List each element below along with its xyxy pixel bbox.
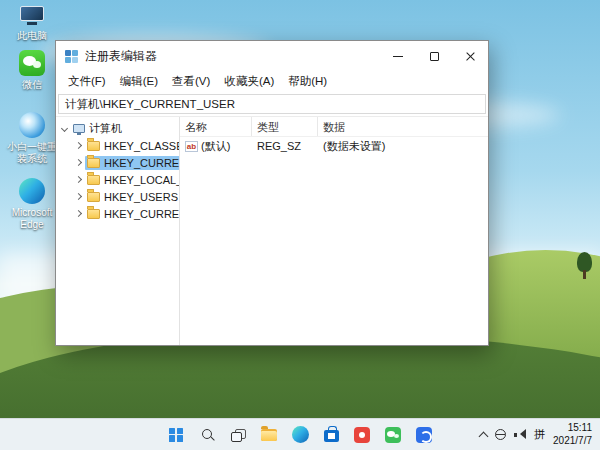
- column-header-type[interactable]: 类型: [252, 117, 318, 136]
- folder-icon: [87, 192, 100, 202]
- desktop-icon-wechat[interactable]: 微信: [6, 50, 58, 91]
- this-pc-icon: [20, 6, 44, 27]
- search-button[interactable]: [194, 422, 220, 448]
- microsoft-store-icon: [324, 430, 339, 442]
- chevron-right-icon: [75, 159, 82, 166]
- tree-item-label: HKEY_USERS: [104, 191, 178, 203]
- menu-favorites[interactable]: 收藏夹(A): [217, 72, 281, 91]
- store-button[interactable]: [318, 422, 344, 448]
- monitor-stand: [27, 22, 37, 25]
- menu-bar: 文件(F) 编辑(E) 查看(V) 收藏夹(A) 帮助(H): [56, 71, 488, 92]
- chevron-down-icon: [61, 125, 68, 132]
- selected-tree-node[interactable]: HKEY_CURRENT_USER: [85, 156, 180, 170]
- folder-icon: [87, 158, 100, 168]
- task-view-icon: [231, 429, 245, 441]
- windows-logo-icon: [169, 428, 183, 442]
- taskbar-center-icons: [163, 419, 437, 450]
- address-input[interactable]: 计算机\HKEY_CURRENT_USER: [58, 94, 486, 114]
- clock-time: 15:11: [553, 422, 592, 435]
- tree-item-hkey-current-user[interactable]: HKEY_CURRENT_USER: [56, 154, 179, 171]
- registry-value-row[interactable]: ab (默认) REG_SZ (数据未设置): [180, 137, 488, 155]
- desktop-icon-label: Microsoft Edge: [6, 207, 58, 230]
- tree-item-hkey-current-config[interactable]: HKEY_CURRENT_CONFIG: [56, 205, 179, 222]
- start-button[interactable]: [163, 422, 189, 448]
- tree: [577, 252, 592, 272]
- value-data: (数据未设置): [318, 139, 488, 154]
- edge-icon: [19, 178, 45, 204]
- xiaobai-reinstall-icon: [19, 112, 45, 138]
- registry-editor-window: 注册表编辑器 文件(F) 编辑(E) 查看(V) 收藏夹(A) 帮助(H) 计算…: [55, 40, 489, 346]
- tree-item-label: 计算机: [89, 121, 122, 136]
- tree-item-hkey-classes-root[interactable]: HKEY_CLASSES_ROOT: [56, 137, 179, 154]
- tree-item-label: HKEY_CURRENT_USER: [104, 157, 180, 169]
- desktop-icon-xiaobai[interactable]: 小白一键重装系统: [6, 112, 58, 164]
- task-view-button[interactable]: [225, 422, 251, 448]
- tree-item-hkey-local-machine[interactable]: HKEY_LOCAL_MACHINE: [56, 171, 179, 188]
- tree-item-hkey-users[interactable]: HKEY_USERS: [56, 188, 179, 205]
- column-header-name[interactable]: 名称: [180, 117, 252, 136]
- search-icon: [201, 428, 214, 441]
- address-bar: 计算机\HKEY_CURRENT_USER: [56, 92, 488, 117]
- chevron-right-icon: [75, 142, 82, 149]
- folder-icon: [87, 141, 100, 151]
- volume-icon[interactable]: [514, 429, 526, 440]
- wechat-icon: [19, 50, 45, 76]
- maximize-icon: [430, 52, 439, 61]
- list-header: 名称 类型 数据: [180, 117, 488, 137]
- taskbar-clock[interactable]: 15:11 2021/7/7: [553, 422, 592, 447]
- hidden-icons-chevron-icon[interactable]: [479, 431, 489, 441]
- monitor-screen: [20, 6, 44, 21]
- desktop-icon-label: 微信: [6, 79, 58, 91]
- chevron-right-icon: [75, 176, 82, 183]
- window-titlebar[interactable]: 注册表编辑器: [56, 41, 488, 71]
- wechat-icon: [385, 427, 401, 443]
- taskbar: 拼 15:11 2021/7/7: [0, 418, 600, 450]
- window-title: 注册表编辑器: [85, 48, 380, 65]
- desktop-icon-edge[interactable]: Microsoft Edge: [6, 178, 58, 230]
- app-red-button[interactable]: [349, 422, 375, 448]
- app-blue-button[interactable]: [411, 422, 437, 448]
- minimize-button[interactable]: [380, 41, 416, 71]
- edge-icon: [292, 426, 309, 443]
- window-panes: 计算机 HKEY_CLASSES_ROOT HKEY_CURRENT_USER: [56, 117, 488, 345]
- folder-icon: [87, 209, 100, 219]
- network-icon[interactable]: [495, 429, 506, 440]
- edge-button[interactable]: [287, 422, 313, 448]
- tree-item-label: HKEY_LOCAL_MACHINE: [104, 174, 180, 186]
- maximize-button[interactable]: [416, 41, 452, 71]
- desktop-icon-label: 小白一键重装系统: [6, 141, 58, 164]
- file-explorer-icon: [261, 429, 277, 441]
- system-tray: 拼 15:11 2021/7/7: [480, 419, 596, 450]
- input-method-indicator[interactable]: 拼: [534, 427, 545, 442]
- column-header-data[interactable]: 数据: [318, 117, 488, 136]
- close-button[interactable]: [452, 41, 488, 71]
- menu-help[interactable]: 帮助(H): [281, 72, 334, 91]
- folder-icon: [87, 175, 100, 185]
- blue-app-icon: [416, 427, 432, 443]
- chevron-right-icon: [75, 210, 82, 217]
- minimize-icon: [393, 56, 403, 57]
- menu-edit[interactable]: 编辑(E): [113, 72, 165, 91]
- computer-icon: [73, 124, 85, 133]
- tree-item-computer[interactable]: 计算机: [56, 120, 179, 137]
- desktop-icon-this-pc[interactable]: 此电脑: [6, 6, 58, 42]
- tree-item-label: HKEY_CLASSES_ROOT: [104, 140, 180, 152]
- wechat-button[interactable]: [380, 422, 406, 448]
- value-name: (默认): [201, 139, 230, 154]
- menu-view[interactable]: 查看(V): [165, 72, 217, 91]
- registry-editor-app-icon: [65, 50, 78, 63]
- clock-date: 2021/7/7: [553, 435, 592, 448]
- registry-tree-pane: 计算机 HKEY_CLASSES_ROOT HKEY_CURRENT_USER: [56, 117, 180, 345]
- string-value-icon: ab: [185, 141, 198, 152]
- red-app-icon: [354, 427, 370, 443]
- registry-values-pane: 名称 类型 数据 ab (默认) REG_SZ (数据未设置): [180, 117, 488, 345]
- chevron-right-icon: [75, 193, 82, 200]
- tree-item-label: HKEY_CURRENT_CONFIG: [104, 208, 180, 220]
- menu-file[interactable]: 文件(F): [61, 72, 113, 91]
- desktop-icon-label: 此电脑: [6, 30, 58, 42]
- close-icon: [465, 51, 476, 62]
- value-type: REG_SZ: [252, 140, 318, 152]
- file-explorer-button[interactable]: [256, 422, 282, 448]
